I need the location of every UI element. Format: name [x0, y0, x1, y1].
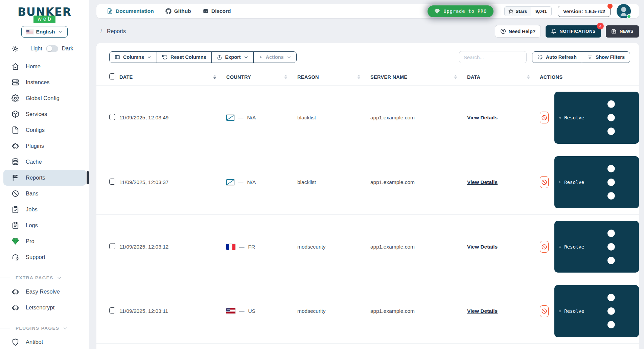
- sidebar-item-home[interactable]: Home: [3, 59, 86, 74]
- resolve-button[interactable]: Resolve: [554, 92, 639, 144]
- columns-button[interactable]: Columns: [110, 52, 157, 63]
- sidebar-item-antibot[interactable]: Antibot: [3, 334, 86, 349]
- sidebar-item-configs[interactable]: Configs: [3, 122, 86, 138]
- notifications-count-badge: 3: [597, 23, 604, 29]
- gem-white-icon: [434, 8, 440, 14]
- resolve-label: Resolve: [564, 244, 584, 250]
- resolve-button[interactable]: Resolve: [554, 156, 639, 208]
- show-filters-button[interactable]: Show Filters: [582, 52, 630, 63]
- view-details-link[interactable]: View Details: [467, 244, 498, 250]
- column-header-date[interactable]: DATE: [119, 68, 226, 86]
- sidebar-item-easy-resolve[interactable]: Easy Resolve: [3, 284, 86, 300]
- sidebar-item-bans[interactable]: Bans: [3, 186, 86, 202]
- sort-arrows-icon[interactable]: [527, 75, 530, 79]
- need-help-button[interactable]: Need Help?: [495, 25, 541, 38]
- report-reason: blacklist: [297, 150, 370, 214]
- theme-toggle[interactable]: [46, 45, 58, 52]
- ban-button[interactable]: [540, 305, 549, 317]
- country-flag-icon-us: [226, 308, 235, 314]
- column-header-server-name[interactable]: SERVER NAME: [370, 68, 467, 86]
- server-name: app1.example.com: [370, 344, 467, 349]
- news-button[interactable]: NEWS: [606, 25, 639, 38]
- row-checkbox[interactable]: [109, 307, 115, 313]
- sidebar-item-instances[interactable]: Instances: [3, 74, 86, 90]
- document-icon: [107, 8, 113, 14]
- resolve-button[interactable]: Resolve: [554, 285, 639, 337]
- stars-label: Stars: [515, 9, 527, 14]
- reports-table: DATECOUNTRYREASONSERVER NAMEDATAACTIONS …: [96, 68, 639, 349]
- sidebar-item-pro[interactable]: Pro: [3, 233, 86, 249]
- sidebar-item-jobs[interactable]: Jobs: [3, 202, 86, 217]
- kebab-icon[interactable]: [588, 94, 635, 141]
- cube-icon: [12, 110, 19, 118]
- github-icon: [165, 8, 171, 14]
- sidebar-item-letsencrypt[interactable]: Letsencrypt: [3, 300, 86, 316]
- version-badge[interactable]: Version: 1.6.5-rc2: [558, 6, 611, 17]
- sort-arrows-icon[interactable]: [454, 75, 457, 79]
- export-button[interactable]: Export: [211, 52, 253, 63]
- notifications-button[interactable]: NOTIFICATIONS 3: [546, 25, 601, 38]
- sidebar-item-support[interactable]: Support: [3, 249, 86, 265]
- search-input[interactable]: [459, 51, 527, 63]
- main-area: DocumentationGithubDiscord Upgrade to PR…: [89, 0, 644, 349]
- upgrade-to-pro-button[interactable]: Upgrade to PRO: [428, 5, 493, 17]
- view-details-link[interactable]: View Details: [467, 179, 498, 185]
- language-select[interactable]: English: [21, 26, 68, 38]
- sidebar-item-reports[interactable]: Reports: [3, 170, 86, 186]
- ban-button[interactable]: [540, 112, 549, 123]
- chevron-down-icon: [57, 276, 62, 280]
- header-link-github[interactable]: Github: [165, 8, 191, 14]
- table-row: 11/09/2025, 12:03:11 —US modsecurity app…: [96, 279, 639, 344]
- header-link-discord[interactable]: Discord: [203, 8, 231, 14]
- kebab-icon[interactable]: [588, 288, 635, 334]
- sidebar-item-plugins[interactable]: Plugins: [3, 138, 86, 154]
- sidebar-item-logs[interactable]: Logs: [3, 217, 86, 233]
- view-details-link[interactable]: View Details: [467, 308, 498, 314]
- view-details-link[interactable]: View Details: [467, 115, 498, 120]
- section-rule: [0, 278, 10, 278]
- ban-button[interactable]: [540, 241, 549, 253]
- ban-icon: [12, 190, 19, 197]
- github-stars-widget[interactable]: Stars 9,041: [504, 6, 552, 16]
- server-name: app1.example.com: [370, 214, 467, 279]
- sidebar-item-label: Configs: [26, 127, 45, 133]
- ban-button[interactable]: [540, 176, 549, 188]
- user-x-icon: [559, 115, 561, 120]
- section-title: EXTRA PAGES: [16, 275, 53, 280]
- select-all-checkbox[interactable]: [109, 73, 115, 79]
- auto-refresh-button[interactable]: Auto Refresh: [532, 52, 582, 63]
- row-checkbox[interactable]: [109, 114, 115, 120]
- sidebar-nav: Home Instances Global Config Services Co…: [0, 59, 89, 349]
- row-checkbox[interactable]: [109, 179, 115, 185]
- column-header-reason[interactable]: REASON: [297, 68, 370, 86]
- sidebar-item-cache[interactable]: Cache: [3, 154, 86, 170]
- top-nav-links: DocumentationGithubDiscord: [107, 8, 231, 14]
- report-date: 11/09/2025, 12:03:37: [119, 150, 226, 214]
- chevron-down-icon: [147, 55, 152, 60]
- column-header-data[interactable]: DATA: [467, 68, 540, 86]
- gear-icon: [12, 94, 19, 102]
- header-link-documentation[interactable]: Documentation: [107, 8, 154, 14]
- sort-arrows-icon[interactable]: [358, 75, 360, 79]
- column-header-country[interactable]: COUNTRY: [226, 68, 297, 86]
- clipboard-check-icon: [12, 206, 19, 213]
- resolve-label: Resolve: [564, 180, 584, 185]
- kebab-icon[interactable]: [588, 159, 635, 206]
- sidebar-section-plugins-pages[interactable]: PLUGINS PAGES: [0, 326, 89, 331]
- section-title: PLUGINS PAGES: [16, 326, 60, 331]
- country-flag-icon-na: [226, 179, 234, 185]
- sidebar-item-label: Pro: [26, 238, 34, 245]
- resolve-button[interactable]: Resolve: [554, 221, 639, 273]
- sidebar-section-extra-pages[interactable]: EXTRA PAGES: [0, 275, 89, 280]
- user-avatar[interactable]: [617, 4, 631, 18]
- sort-arrows-icon[interactable]: [213, 75, 216, 79]
- kebab-icon[interactable]: [588, 224, 635, 270]
- sidebar-item-global-config[interactable]: Global Config: [3, 90, 86, 106]
- reset-columns-button[interactable]: Reset Columns: [157, 52, 211, 63]
- sidebar-item-services[interactable]: Services: [3, 106, 86, 122]
- sort-arrows-icon[interactable]: [284, 75, 287, 79]
- row-checkbox[interactable]: [109, 243, 115, 249]
- chevron-down-icon: [58, 29, 63, 34]
- country-code: FR: [248, 244, 255, 250]
- actions-button[interactable]: Actions: [253, 52, 296, 63]
